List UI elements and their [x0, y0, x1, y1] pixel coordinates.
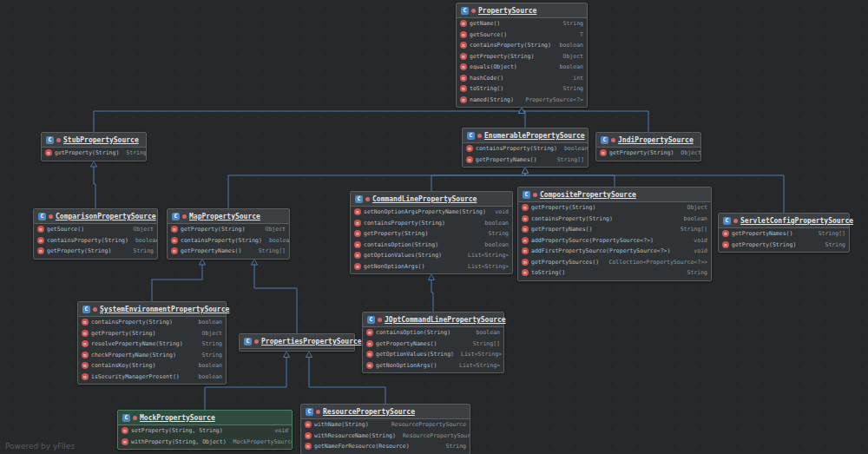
method-row[interactable]: mgetPropertyNames()String[] — [363, 339, 503, 350]
method-return-type: List<String> — [464, 263, 509, 270]
class-node-composite[interactable]: CCompositePropertySourcemgetProperty(Str… — [517, 187, 712, 281]
method-row[interactable]: mgetProperty(String)Object — [596, 148, 700, 159]
class-name: CompositePropertySource — [540, 191, 636, 199]
method-return-type: int — [569, 75, 583, 82]
class-header[interactable]: CSystemEnvironmentPropertySource — [78, 302, 226, 317]
class-node-resource[interactable]: CResourcePropertySourcemwithName(String)… — [300, 404, 470, 454]
class-header[interactable]: CServletConfigPropertySource — [719, 214, 849, 228]
method-row[interactable]: mwithName(String)ResourcePropertySource — [301, 419, 470, 431]
class-header[interactable]: CJOptCommandLinePropertySource — [363, 313, 503, 327]
class-node-map[interactable]: CMapPropertySourcemgetProperty(String)Ob… — [167, 208, 290, 260]
method-row[interactable]: mcontainsProperty(String)boolean — [518, 214, 711, 225]
method-row[interactable]: mcontainsProperty(String)boolean — [78, 317, 226, 328]
class-node-system-environment[interactable]: CSystemEnvironmentPropertySourcemcontain… — [77, 301, 227, 385]
method-row[interactable]: mresolvePropertyName(String)String — [78, 339, 226, 350]
class-header[interactable]: CStubPropertySource — [42, 133, 146, 148]
uml-diagram-canvas[interactable]: CPropertySourcemgetName()StringmgetSourc… — [0, 0, 868, 454]
method-row[interactable]: mequals(Object)boolean — [457, 62, 587, 73]
method-return-type: String — [442, 443, 466, 450]
method-row[interactable]: mcheckPropertyName(String)String — [78, 350, 226, 361]
method-row[interactable]: mgetProperty(String)Object — [78, 328, 226, 339]
method-return-type: List<String> — [455, 362, 500, 369]
class-node-mock[interactable]: CMockPropertySourcemsetProperty(String, … — [117, 410, 293, 450]
method-row[interactable]: mcontainsOption(String)boolean — [363, 327, 503, 339]
method-row[interactable]: mwithProperty(String, Object)MockPropert… — [118, 437, 292, 448]
method-row[interactable]: mcontainsProperty(String)boolean — [168, 235, 289, 247]
method-icon: m — [460, 53, 467, 60]
class-header[interactable]: CMapPropertySource — [168, 209, 289, 224]
method-row[interactable]: mgetProperty(String)String — [719, 240, 849, 251]
method-row[interactable]: mgetSource()Object — [34, 224, 157, 235]
key-icon — [56, 138, 61, 142]
class-node-command-line[interactable]: CCommandLinePropertySourcemsetNonOptionA… — [350, 191, 513, 274]
method-return-type: Collection<PropertySource<?>> — [605, 259, 708, 266]
class-node-enumerable[interactable]: CEnumerablePropertySourcemcontainsProper… — [462, 128, 589, 168]
class-node-jndi[interactable]: CJndiPropertySourcemgetProperty(String)O… — [595, 132, 701, 161]
method-row[interactable]: mgetNameForResource(Resource)String — [301, 441, 470, 452]
method-row[interactable]: mgetName()String — [457, 18, 587, 30]
method-name: getProperty(String) — [47, 247, 111, 254]
method-row[interactable]: mcontainsProperty(String)boolean — [463, 143, 588, 155]
method-row[interactable]: mgetPropertyNames()String[] — [463, 155, 588, 166]
method-row[interactable]: msetNonOptionArgsPropertyName(String)voi… — [351, 207, 512, 218]
class-header[interactable]: CCompositePropertySource — [518, 188, 711, 202]
class-header[interactable]: CCommandLinePropertySource — [351, 192, 512, 207]
key-icon — [365, 197, 370, 201]
method-row[interactable]: mwithResourceName(String)ResourcePropert… — [301, 431, 470, 442]
method-row[interactable]: mcontainsProperty(String)boolean — [34, 235, 157, 247]
method-row[interactable]: mnamed(String)PropertySource<?> — [457, 95, 587, 106]
method-row[interactable]: mcontainsOption(String)boolean — [351, 240, 512, 251]
method-row[interactable]: misSecurityManagerPresent()boolean — [78, 372, 226, 383]
method-icon: m — [722, 230, 729, 237]
method-row[interactable]: mgetProperty(String)Object — [168, 224, 289, 235]
method-row[interactable]: mgetOptionValues(String)List<String> — [351, 250, 512, 261]
method-row[interactable]: maddFirstPropertySource(PropertySource<?… — [518, 246, 711, 257]
class-header[interactable]: CPropertySource — [457, 3, 587, 18]
method-name: withProperty(String, Object) — [131, 438, 227, 445]
method-row[interactable]: mgetPropertyNames()String[] — [168, 246, 289, 257]
class-header[interactable]: CMockPropertySource — [118, 411, 292, 425]
method-name: addFirstPropertySource(PropertySource<?>… — [531, 247, 670, 254]
class-node-properties[interactable]: CPropertiesPropertySource — [239, 333, 355, 352]
method-row[interactable]: mgetSource()T — [457, 30, 587, 41]
method-row[interactable]: mcontainsKey(String)boolean — [78, 360, 226, 372]
method-row[interactable]: mcontainsProperty(String)boolean — [351, 218, 512, 229]
class-header[interactable]: CJndiPropertySource — [596, 133, 700, 148]
class-header[interactable]: CComparisonPropertySource — [34, 209, 157, 224]
method-row[interactable]: msetProperty(String, String)void — [118, 425, 292, 437]
method-name: checkPropertyName(String) — [91, 352, 176, 359]
method-row[interactable]: mhashCode()int — [457, 73, 587, 84]
class-node-property-source[interactable]: CPropertySourcemgetName()StringmgetSourc… — [456, 3, 588, 108]
method-icon: m — [82, 319, 89, 326]
inheritance-arrowhead — [284, 352, 290, 358]
method-name: isSecurityManagerPresent() — [91, 373, 180, 380]
method-row[interactable]: mgetProperty(String)String — [351, 228, 512, 240]
method-row[interactable]: maddPropertySource(PropertySource<?>)voi… — [518, 235, 711, 247]
class-header[interactable]: CResourcePropertySource — [301, 405, 470, 419]
method-row[interactable]: mgetPropertyNames()String[] — [518, 224, 711, 235]
method-row[interactable]: mgetNonOptionArgs()List<String> — [351, 261, 512, 273]
method-row[interactable]: mcontainsProperty(String)boolean — [457, 40, 587, 51]
method-row[interactable]: mgetPropertySources()Collection<Property… — [518, 257, 711, 268]
method-row[interactable]: mgetProperty(String)Object — [518, 202, 711, 214]
method-row[interactable]: mgetOptionValues(String)List<String> — [363, 349, 503, 360]
method-row[interactable]: mgetNonOptionArgs()List<String> — [363, 360, 503, 372]
class-node-servlet-config[interactable]: CServletConfigPropertySourcemgetProperty… — [718, 213, 850, 253]
key-icon — [733, 219, 738, 223]
method-return-type: List<String> — [457, 351, 502, 358]
class-header[interactable]: CEnumerablePropertySource — [463, 128, 588, 143]
inheritance-arrowhead — [429, 274, 435, 280]
method-icon: m — [600, 149, 607, 156]
method-row[interactable]: mgetProperty(String)Object — [457, 51, 587, 63]
method-row[interactable]: mtoString()String — [457, 83, 587, 95]
method-name: getProperty(String) — [364, 230, 428, 237]
method-row[interactable]: mgetPropertyNames()String[] — [719, 228, 849, 240]
method-row[interactable]: mtoString()String — [518, 267, 711, 279]
method-name: named(String) — [470, 96, 514, 103]
method-row[interactable]: mgetProperty(String)String — [42, 148, 146, 159]
class-node-comparison[interactable]: CComparisonPropertySourcemgetSource()Obj… — [33, 208, 158, 260]
class-header[interactable]: CPropertiesPropertySource — [240, 334, 354, 349]
class-node-jopt-command-line[interactable]: CJOptCommandLinePropertySourcemcontainsO… — [362, 312, 504, 373]
class-node-stub[interactable]: CStubPropertySourcemgetProperty(String)S… — [41, 132, 147, 161]
method-row[interactable]: mgetProperty(String)String — [34, 246, 157, 257]
